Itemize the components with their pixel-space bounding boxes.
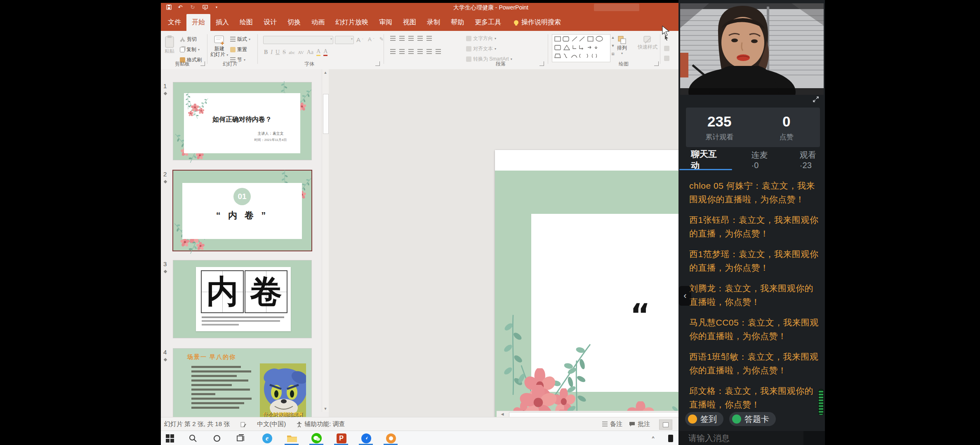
tab-design[interactable]: 设计	[258, 14, 282, 31]
tab-slideshow[interactable]: 幻灯片放映	[330, 14, 374, 31]
notes-button[interactable]: 备注	[602, 420, 622, 428]
tab-review[interactable]: 审阅	[374, 14, 398, 31]
text-shadow-button[interactable]: abc	[289, 50, 295, 55]
slide-thumbnail-1[interactable]: 如何正确对待内卷？ 主讲人：袁立文 时间：2021年11月4日	[173, 82, 311, 160]
slide-thumbnail-2[interactable]: 01 “ 内 卷 ”	[173, 171, 311, 251]
columns-icon[interactable]	[426, 49, 432, 54]
shapes-gallery[interactable]	[552, 34, 610, 62]
cortana-icon[interactable]	[211, 433, 222, 444]
underline-button[interactable]: U	[276, 49, 280, 56]
shrink-font-button[interactable]: Aˇ	[368, 36, 374, 42]
answer-card-button[interactable]: 答题卡	[729, 412, 776, 426]
start-button[interactable]	[164, 433, 175, 444]
internet-explorer-icon[interactable]: e	[261, 433, 273, 444]
wechat-icon[interactable]	[311, 433, 322, 444]
clipboard-dialog-launcher[interactable]	[200, 61, 205, 66]
shapes-more[interactable]: ⊞	[610, 52, 615, 56]
show-hidden-icons-chevron[interactable]: ^	[648, 433, 659, 444]
horizontal-scrollbar[interactable]: ◀	[497, 411, 678, 417]
spellcheck-icon[interactable]	[240, 422, 246, 427]
font-dialog-launcher[interactable]	[375, 61, 380, 66]
shapes-scroll-up[interactable]: ▲	[610, 35, 615, 40]
tab-connect[interactable]: 连麦·0	[751, 150, 773, 170]
align-left-icon[interactable]	[390, 49, 396, 54]
chat-scrollbar-thumb[interactable]	[818, 389, 824, 415]
expand-panel-icon[interactable]	[813, 96, 820, 103]
qat-more-icon[interactable]: ▾	[214, 5, 219, 10]
shape-fill-button[interactable]	[664, 46, 669, 51]
paragraph-more-icon[interactable]	[436, 49, 441, 54]
strikethrough-button[interactable]: S	[283, 49, 286, 56]
redo-icon[interactable]: ↻	[190, 5, 196, 10]
shapes-scroll-down[interactable]: ▼	[610, 43, 615, 48]
grow-font-button[interactable]: Aˆ	[356, 36, 363, 43]
bullets-icon[interactable]	[390, 36, 396, 41]
align-center-icon[interactable]	[399, 49, 405, 54]
cut-button[interactable]: 剪切	[180, 36, 197, 43]
tab-chat[interactable]: 聊天互动	[691, 148, 722, 171]
justify-icon[interactable]	[417, 49, 423, 54]
normal-view-button[interactable]	[659, 419, 672, 430]
arrange-button[interactable]: 排列▾	[617, 35, 627, 56]
increase-indent-icon[interactable]	[417, 36, 423, 41]
accessibility-status[interactable]: 辅助功能: 调查	[297, 420, 345, 428]
chat-message-list[interactable]: chloe 05 何姝宁：袁立文，我来围观你的直播啦，为你点赞！ 西1张钰昂：袁…	[678, 173, 825, 409]
checkin-button[interactable]: 签到	[685, 412, 723, 426]
paste-button[interactable]: 粘贴	[164, 35, 175, 54]
scroll-down-arrow[interactable]: ▼	[323, 406, 328, 411]
tab-watching[interactable]: 观看·23	[800, 150, 825, 170]
font-color-button[interactable]: A	[323, 48, 327, 56]
change-case-button[interactable]: Aa	[307, 49, 313, 56]
line-spacing-icon[interactable]	[426, 36, 432, 41]
tab-insert[interactable]: 插入	[210, 14, 234, 31]
reset-button[interactable]: 重置	[230, 46, 247, 53]
tab-record[interactable]: 录制	[422, 14, 445, 31]
scroll-left-arrow[interactable]: ◀	[500, 412, 505, 417]
shape-outline-button[interactable]	[664, 56, 669, 61]
clear-formatting-button[interactable]: ✎	[379, 36, 384, 42]
search-icon[interactable]	[187, 433, 198, 444]
tab-transitions[interactable]: 切换	[282, 14, 306, 31]
file-explorer-icon[interactable]	[286, 433, 297, 444]
highlight-color-button[interactable]: A	[316, 48, 320, 56]
tab-view[interactable]: 视图	[398, 14, 422, 31]
italic-button[interactable]: I	[271, 49, 273, 56]
decrease-indent-icon[interactable]	[408, 36, 414, 41]
align-right-icon[interactable]	[408, 49, 414, 54]
tab-animations[interactable]: 动画	[306, 14, 330, 31]
browser-blue-icon[interactable]	[360, 433, 372, 444]
copy-button[interactable]: 复制▾	[180, 46, 200, 53]
pen-tray-icon[interactable]	[665, 433, 676, 444]
tab-home[interactable]: 开始	[186, 14, 210, 31]
layout-button[interactable]: 版式▾	[230, 36, 250, 43]
tab-help[interactable]: 帮助	[445, 14, 469, 31]
collapse-sidebar-handle[interactable]: ‹	[679, 286, 691, 306]
new-slide-button[interactable]: 新建 幻灯片 ▾	[210, 35, 228, 58]
comments-button[interactable]: 批注	[629, 420, 650, 428]
slide-thumbnail-3[interactable]: 内 卷	[173, 260, 311, 338]
slide-thumbnail-4[interactable]: 场景一 早八的你	[173, 349, 311, 426]
task-view-icon[interactable]	[235, 433, 246, 444]
numbering-icon[interactable]	[399, 36, 405, 41]
slide-canvas[interactable]: 01 “ 内 卷 ”	[495, 150, 678, 443]
drawing-dialog-launcher[interactable]	[654, 61, 659, 66]
tell-me-search[interactable]: 操作说明搜索	[514, 18, 561, 31]
save-icon[interactable]	[166, 5, 172, 10]
tab-file[interactable]: 文件	[163, 14, 186, 31]
font-name-combo[interactable]	[263, 36, 333, 44]
tab-more-tools[interactable]: 更多工具	[469, 14, 506, 31]
text-direction-button[interactable]: 文字方向▾	[466, 35, 496, 42]
thumbnail-scrollbar[interactable]: ▲ ▼	[322, 69, 329, 412]
language-status[interactable]: 中文(中国)	[257, 420, 286, 428]
align-text-button[interactable]: 对齐文本▾	[466, 45, 496, 52]
scrollbar-thumb[interactable]	[323, 94, 329, 134]
bold-button[interactable]: B	[264, 49, 268, 56]
font-size-combo[interactable]	[335, 36, 354, 44]
scroll-up-arrow[interactable]: ▲	[323, 70, 328, 75]
quick-styles-button[interactable]: 快速样式	[637, 35, 658, 50]
tab-draw[interactable]: 绘图	[234, 14, 258, 31]
app-orange-icon[interactable]	[385, 433, 396, 444]
character-spacing-button[interactable]: AV	[298, 50, 304, 55]
start-slideshow-icon[interactable]	[202, 5, 208, 10]
send-button[interactable]	[803, 431, 825, 445]
